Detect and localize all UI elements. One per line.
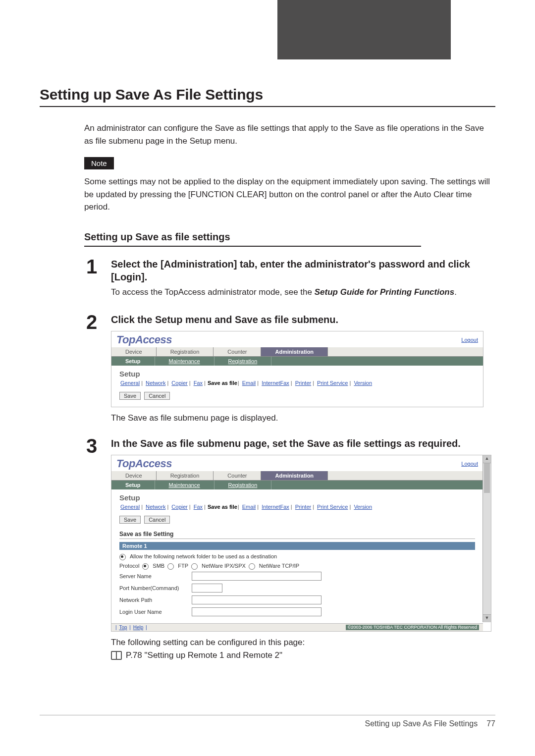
save-button[interactable]: Save [119, 392, 141, 400]
protocol-label: Protocol [119, 563, 139, 569]
xref-text: P.78 "Setting up Remote 1 and Remote 2" [126, 650, 282, 660]
footer-top-link[interactable]: Top [119, 625, 127, 630]
protocol-smb-radio[interactable] [142, 563, 149, 570]
subtab-maintenance[interactable]: Maintenance [155, 357, 214, 366]
topaccess-footer: | Top | Help | ©2003-2006 TOSHIBA TEC CO… [111, 623, 483, 631]
protocol-ipx-label: NetWare IPX/SPX [202, 563, 246, 569]
protocol-tcpip-radio[interactable] [249, 563, 255, 570]
subtab-maintenance[interactable]: Maintenance [155, 481, 214, 489]
topaccess-logo: TopAccess [116, 333, 172, 346]
port-number-label: Port Number(Command) [119, 585, 189, 591]
login-user-label: Login User Name [119, 609, 189, 615]
step-number: 2 [84, 312, 111, 332]
crumb-printer[interactable]: Printer [295, 380, 311, 386]
topaccess-screenshot-2: TopAccess Logout Device Registration Cou… [111, 455, 491, 632]
book-icon [111, 651, 122, 660]
tab-administration[interactable]: Administration [261, 347, 328, 356]
crumb-general[interactable]: General [120, 504, 140, 510]
scroll-up-icon[interactable]: ▲ [483, 455, 491, 463]
subtab-setup[interactable]: Setup [111, 481, 155, 489]
remote-1-bar: Remote 1 [119, 542, 475, 550]
setup-heading: Setup [119, 493, 475, 502]
cancel-button[interactable]: Cancel [144, 516, 170, 524]
note-badge: Note [84, 157, 114, 169]
step-2-caption: The Save as file submenu page is display… [111, 413, 490, 423]
scroll-thumb[interactable] [484, 463, 490, 493]
scrollbar[interactable]: ▲ ▼ [482, 455, 491, 622]
crumb-save-as-file: Save as file [208, 380, 237, 386]
crumb-general[interactable]: General [120, 380, 140, 386]
tab-device[interactable]: Device [111, 471, 157, 480]
setup-heading: Setup [119, 370, 475, 378]
xref-row: P.78 "Setting up Remote 1 and Remote 2" [111, 650, 491, 660]
subtab-registration[interactable]: Registration [214, 481, 272, 489]
crumb-email[interactable]: Email [242, 380, 256, 386]
save-as-file-setting-heading: Save as file Setting [119, 531, 475, 539]
step-2: 2 Click the Setup menu and Save as file … [84, 312, 490, 426]
server-name-label: Server Name [119, 573, 189, 579]
copyright: ©2003-2006 TOSHIBA TEC CORPORATION All R… [346, 625, 479, 630]
topaccess-subtabs: Setup Maintenance Registration [111, 357, 483, 366]
crumb-fax[interactable]: Fax [194, 380, 203, 386]
title-rule [40, 106, 495, 107]
page-title: Setting up Save As File Settings [40, 86, 495, 103]
step-1-text-pre: To access the TopAccess administrator mo… [111, 287, 315, 297]
protocol-ipx-radio[interactable] [191, 563, 198, 570]
allow-destination-label: Allow the following network folder to be… [130, 553, 277, 559]
protocol-ftp-radio[interactable] [167, 563, 174, 570]
footer-text: Setting up Save As File Settings [365, 719, 478, 728]
server-name-input[interactable] [192, 572, 321, 581]
logout-link[interactable]: Logout [461, 337, 478, 343]
protocol-row: Protocol SMB FTP NetWare IPX/SPX NetWare… [119, 562, 475, 569]
crumb-printservice[interactable]: Print Service [317, 380, 348, 386]
tab-registration[interactable]: Registration [157, 471, 214, 480]
step-3: 3 In the Save as file submenu page, set … [84, 436, 490, 660]
topaccess-tabs: Device Registration Counter Administrati… [111, 347, 483, 357]
setup-crumbs: General| Network| Copier| Fax| Save as f… [119, 504, 475, 510]
step-1-text-em: Setup Guide for Printing Functions [315, 287, 454, 297]
page-footer: Setting up Save As File Settings 77 [40, 715, 495, 728]
tab-administration[interactable]: Administration [261, 471, 328, 480]
allow-destination-radio[interactable] [119, 554, 126, 560]
crumb-network[interactable]: Network [146, 504, 165, 510]
protocol-smb-label: SMB [153, 563, 164, 569]
allow-destination-row: Allow the following network folder to be… [119, 553, 475, 559]
crumb-email[interactable]: Email [242, 504, 256, 510]
crumb-copier[interactable]: Copier [171, 380, 187, 386]
setup-crumbs: General| Network| Copier| Fax| Save as f… [119, 380, 475, 386]
intro-paragraph: An administrator can configure the Save … [84, 122, 490, 147]
crumb-internetfax[interactable]: InternetFax [262, 380, 289, 386]
step-number: 3 [84, 436, 111, 456]
crumb-fax[interactable]: Fax [194, 504, 203, 510]
scroll-down-icon[interactable]: ▼ [483, 614, 491, 622]
login-user-input[interactable] [192, 607, 321, 616]
tab-registration[interactable]: Registration [157, 347, 214, 356]
crumb-version[interactable]: Version [354, 380, 372, 386]
footer-page-number: 77 [486, 719, 495, 728]
protocol-ftp-label: FTP [178, 563, 188, 569]
tab-counter[interactable]: Counter [214, 347, 261, 356]
crumb-printer[interactable]: Printer [295, 504, 311, 510]
crumb-save-as-file: Save as file [208, 504, 237, 510]
cancel-button[interactable]: Cancel [144, 392, 170, 400]
step-2-title: Click the Setup menu and Save as file su… [111, 313, 490, 326]
network-path-input[interactable] [192, 595, 321, 604]
port-number-input[interactable] [192, 584, 222, 593]
step-number: 1 [84, 257, 111, 276]
subtab-setup[interactable]: Setup [111, 357, 155, 366]
step-3-caption: The following setting can be configured … [111, 638, 491, 648]
logout-link[interactable]: Logout [461, 461, 478, 467]
footer-help-link[interactable]: Help [133, 625, 144, 630]
crumb-printservice[interactable]: Print Service [317, 504, 348, 510]
save-button[interactable]: Save [119, 516, 141, 524]
crumb-version[interactable]: Version [354, 504, 372, 510]
tab-device[interactable]: Device [111, 347, 157, 356]
subtab-registration[interactable]: Registration [214, 357, 272, 366]
crumb-network[interactable]: Network [146, 380, 165, 386]
step-3-title: In the Save as file submenu page, set th… [111, 437, 491, 450]
crumb-copier[interactable]: Copier [171, 504, 187, 510]
topaccess-logo: TopAccess [116, 457, 172, 470]
step-1-text: To access the TopAccess administrator mo… [111, 286, 490, 299]
crumb-internetfax[interactable]: InternetFax [262, 504, 289, 510]
tab-counter[interactable]: Counter [214, 471, 261, 480]
